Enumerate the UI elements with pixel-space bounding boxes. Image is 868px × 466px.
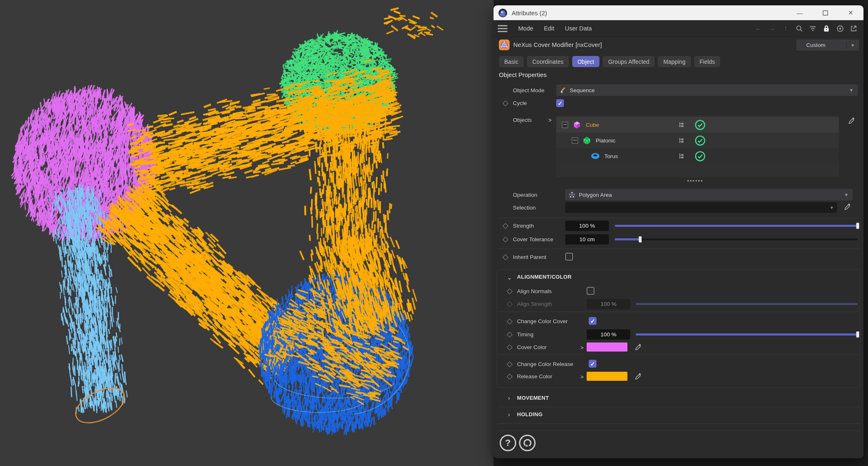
object-name: Platonic: [596, 137, 615, 144]
external-link-icon[interactable]: [849, 24, 858, 33]
divider: [498, 218, 859, 218]
operation-dropdown[interactable]: Polygon Area ▼: [565, 189, 853, 200]
search-icon[interactable]: [795, 24, 803, 33]
eyedropper-icon[interactable]: [634, 343, 643, 351]
tab-mapping[interactable]: Mapping: [658, 56, 691, 67]
cinema4d-logo-icon: [498, 8, 508, 18]
inherit-parent-checkbox[interactable]: [565, 253, 573, 261]
enabled-check-icon[interactable]: [695, 151, 706, 162]
menu-mode[interactable]: Mode: [518, 25, 533, 32]
divider: [498, 407, 859, 407]
movement-header[interactable]: MOVEMENT: [517, 395, 549, 401]
alignment-color-group: [497, 269, 860, 388]
alignment-color-header[interactable]: ALIGNMENT/COLOR: [517, 274, 571, 280]
polygon-area-icon: [569, 191, 576, 198]
keyframe-diamond-icon[interactable]: [503, 237, 508, 242]
align-strength-value: 100 %: [587, 299, 630, 309]
tab-fields[interactable]: Fields: [694, 56, 720, 67]
reset-button[interactable]: [519, 435, 536, 451]
object-name: Cube: [586, 122, 599, 128]
expand-icon[interactable]: >: [580, 374, 584, 380]
holding-header[interactable]: HOLDING: [517, 411, 543, 417]
cycle-label: Cycle: [513, 100, 527, 106]
strength-label: Strength: [513, 223, 534, 229]
object-header: NeXus Cover Modifier [nxCover] Custom ▼: [494, 39, 863, 53]
nexus-modifier-icon: [498, 39, 510, 51]
back-arrow-icon[interactable]: ←: [754, 24, 763, 33]
close-button[interactable]: ✕: [838, 5, 863, 20]
list-resize-handle[interactable]: ••••••: [687, 177, 703, 184]
viewport-3d[interactable]: [0, 0, 494, 466]
keyframe-diamond-icon[interactable]: [503, 223, 508, 229]
tab-object[interactable]: Object: [572, 56, 599, 67]
help-button[interactable]: ?: [500, 435, 516, 451]
object-name: Torus: [604, 153, 618, 159]
forward-arrow-icon[interactable]: →: [768, 24, 776, 33]
attributes-window: Attributes (2) — ✕ Mode Edit User Data ←…: [494, 5, 863, 458]
divider: [498, 354, 859, 355]
strength-value[interactable]: 100 %: [565, 221, 609, 231]
filter-icon[interactable]: [809, 24, 817, 33]
app-stage: Attributes (2) — ✕ Mode Edit User Data ←…: [0, 0, 868, 466]
minimize-button[interactable]: —: [787, 5, 812, 20]
object-mode-label: Object Mode: [513, 87, 545, 93]
object-row-platonic[interactable]: Platonic: [556, 133, 839, 148]
keyframe-diamond-icon[interactable]: [503, 254, 508, 260]
object-row-cube[interactable]: Cube: [556, 117, 839, 133]
eyedropper-icon[interactable]: [634, 372, 643, 380]
menu-edit[interactable]: Edit: [544, 25, 554, 32]
change-color-release-checkbox[interactable]: ✓: [589, 360, 597, 368]
timing-value[interactable]: 100 %: [587, 329, 630, 340]
collapse-icon[interactable]: [572, 137, 578, 144]
viewport-canvas: [0, 0, 494, 466]
menu-user-data[interactable]: User Data: [565, 25, 592, 32]
collapse-chevron-icon[interactable]: ⌄: [507, 274, 512, 281]
enabled-check-icon[interactable]: [695, 135, 706, 146]
preset-dropdown[interactable]: Custom ▼: [796, 40, 859, 51]
objects-expander-icon[interactable]: >: [548, 117, 552, 123]
lock-icon[interactable]: [822, 24, 831, 33]
maximize-button[interactable]: [812, 5, 838, 20]
eyedropper-icon[interactable]: [848, 116, 856, 125]
tab-coordinates[interactable]: Coordinates: [527, 56, 569, 67]
object-row-torus[interactable]: Torus: [556, 148, 839, 164]
preset-value: Custom: [806, 42, 826, 48]
expand-chevron-icon[interactable]: ›: [508, 394, 510, 401]
tab-groups-affected[interactable]: Groups Affected: [603, 56, 655, 67]
tab-basic[interactable]: Basic: [499, 56, 524, 67]
object-mode-dropdown[interactable]: Sequence ▼: [556, 84, 858, 96]
expand-chevron-icon[interactable]: ›: [508, 411, 510, 418]
selection-input[interactable]: ▼: [565, 202, 837, 213]
operation-label: Operation: [513, 192, 537, 198]
cycle-checkbox[interactable]: ✓: [556, 99, 564, 107]
object-mode-value: Sequence: [570, 87, 595, 93]
hamburger-menu-icon[interactable]: [498, 25, 508, 32]
hierarchy-icon[interactable]: [678, 137, 685, 144]
reset-icon: [522, 438, 532, 448]
release-color-swatch[interactable]: [587, 372, 627, 381]
change-color-cover-checkbox[interactable]: ✓: [589, 317, 597, 325]
timing-label: Timing: [517, 331, 533, 338]
up-arrow-icon[interactable]: ↑: [781, 24, 790, 33]
keyframe-diamond-icon[interactable]: [503, 100, 508, 106]
window-titlebar[interactable]: Attributes (2) — ✕: [494, 5, 863, 20]
change-color-cover-label: Change Color Cover: [517, 318, 568, 324]
hierarchy-icon[interactable]: [678, 153, 685, 160]
eyedropper-icon[interactable]: [844, 203, 852, 211]
align-strength-label: Align Strength: [517, 301, 552, 307]
timing-slider[interactable]: [636, 333, 858, 336]
expand-icon[interactable]: >: [580, 345, 584, 351]
operation-value: Polygon Area: [579, 192, 612, 198]
hierarchy-icon[interactable]: [678, 121, 685, 128]
release-color-label: Release Color: [517, 373, 552, 380]
cover-tolerance-slider[interactable]: [615, 238, 858, 240]
modifier-title: NeXus Cover Modifier [nxCover]: [513, 41, 602, 48]
align-normals-checkbox[interactable]: [587, 287, 594, 295]
target-icon[interactable]: [836, 24, 844, 33]
collapse-icon[interactable]: [562, 122, 568, 128]
divider: [498, 312, 859, 312]
enabled-check-icon[interactable]: [695, 119, 706, 130]
cover-color-swatch[interactable]: [587, 343, 627, 352]
cover-tolerance-value[interactable]: 10 cm: [565, 234, 609, 245]
strength-slider[interactable]: [615, 225, 858, 227]
